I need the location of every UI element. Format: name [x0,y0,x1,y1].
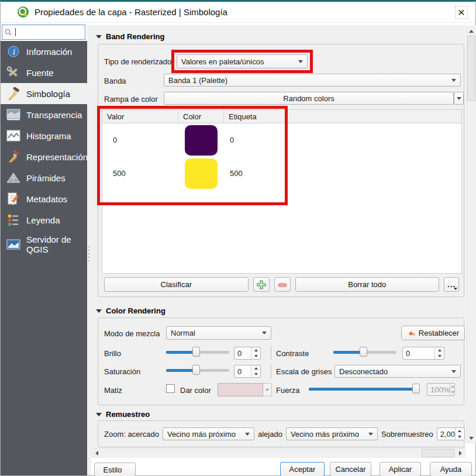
resampling-header[interactable]: Remuestreo [96,410,150,419]
spin-buttons[interactable] [251,347,260,359]
sidebar-item-leyenda[interactable]: Leyenda [1,209,87,230]
text-caret [15,28,16,36]
brightness-slider[interactable] [166,346,229,358]
search-input[interactable] [2,25,85,40]
spin-buttons[interactable] [450,384,454,395]
table-row[interactable]: 500 500 [102,157,461,190]
spin-buttons[interactable] [455,428,464,440]
cancel-button[interactable]: Cancelar [330,462,371,476]
sidebar-item-label: Pirámides [26,173,65,183]
zoom-out-select[interactable]: Vecino más próximo [286,427,378,440]
sidebar-item-fuente[interactable]: Fuente [1,62,87,83]
saturation-spinbox[interactable]: 0 [234,365,261,378]
zoom-in-value: Vecino más próximo [167,430,242,439]
divider [271,346,271,360]
style-button[interactable]: Estilo [94,463,136,476]
sidebar-item-label: Leyenda [26,215,60,225]
cell-valor[interactable]: 500 [102,169,178,178]
colorize-checkbox[interactable] [166,384,175,393]
reset-button[interactable]: Restablecer [401,326,465,340]
horizontal-scrollbar-thumb[interactable] [422,449,454,457]
sidebar-item-piramides[interactable]: Pirámides [1,167,87,188]
classify-button[interactable]: Clasificar [104,277,249,292]
vertical-scrollbar-thumb[interactable] [467,36,475,101]
renderer-type-value: Valores en paleta/únicos [181,57,295,66]
scroll-down-icon[interactable] [467,434,476,442]
vertical-scrollbar[interactable] [466,26,476,443]
reset-icon [407,329,415,337]
apply-button[interactable]: Aplicar [380,462,421,476]
contrast-spinbox[interactable]: 0 [402,347,444,360]
band-rendering-header[interactable]: Band Rendering [96,32,164,41]
saturation-label: Saturación [104,367,140,376]
col-header-etiqueta[interactable]: Etiqueta [224,110,461,123]
sidebar-item-informacion[interactable]: i Información [1,41,87,62]
cell-valor[interactable]: 0 [102,136,178,144]
zoom-in-select[interactable]: Vecino más próximo [163,427,254,440]
col-header-valor[interactable]: Valor [102,110,178,123]
blend-mode-select[interactable]: Normal [166,326,271,340]
classification-table[interactable]: Valor Color Etiqueta 0 0 500 500 [102,109,462,274]
button-label: Aceptar [289,465,316,474]
color-swatch[interactable] [185,125,218,156]
sidebar-item-simbologia[interactable]: Simbología [1,83,87,104]
strength-slider[interactable] [309,383,420,395]
color-ramp-select[interactable]: Random colors [164,92,454,105]
renderer-type-select[interactable]: Valores en paleta/únicos [177,54,308,68]
sidebar-item-servidor-qgis[interactable]: Servidor de QGIS [1,230,87,258]
horizontal-scrollbar[interactable] [91,448,465,458]
sidebar-item-label: Fuente [26,68,54,78]
color-swatch[interactable] [185,158,218,189]
sidebar-item-label: Metadatos [26,194,67,204]
clear-all-button[interactable]: Borrar todo [295,277,440,292]
color-rendering-group: Modo de mezcla Normal Restablecer Brillo… [98,318,464,405]
button-label: Aplicar [389,465,412,474]
add-row-button[interactable] [253,277,270,292]
sidebar-splitter[interactable] [87,25,91,475]
table-row[interactable]: 0 0 [102,123,461,157]
spin-buttons[interactable] [434,347,444,359]
band-label: Banda [104,77,126,85]
chevron-down-icon [263,383,272,396]
sidebar-item-representacion[interactable]: Representación [1,146,87,167]
contrast-slider[interactable] [333,346,396,358]
brightness-spinbox[interactable]: 0 [234,347,261,360]
layer-properties-dialog: Propiedades de la capa - Rasterized | Si… [0,0,476,476]
scroll-left-icon[interactable] [92,449,101,458]
saturation-slider[interactable] [166,364,229,376]
renderer-type-label: Tipo de renderizado [104,57,171,66]
colorize-color-button[interactable] [218,383,272,396]
accept-button[interactable]: Aceptar [280,462,325,476]
col-header-color[interactable]: Color [178,110,224,123]
close-icon[interactable]: × [453,4,470,20]
collapse-icon [96,309,102,313]
hue-label: Matiz [104,386,122,395]
sidebar-item-transparencia[interactable]: Transparencia [1,104,87,125]
color-rendering-header[interactable]: Color Rendering [96,306,165,315]
oversampling-spinbox[interactable]: 2,00 [437,427,465,440]
strength-spinbox[interactable]: 100% [427,383,455,396]
band-select[interactable]: Banda 1 (Palette) [164,74,461,87]
spin-value: 0 [234,347,251,359]
scroll-right-icon[interactable] [456,449,464,458]
sidebar-item-label: Servidor de QGIS [26,234,80,254]
symbology-panel: Band Rendering Tipo de renderizado Valor… [91,25,465,458]
blend-mode-value: Normal [171,329,258,337]
brightness-label: Brillo [104,349,121,358]
sidebar-item-histograma[interactable]: Histograma [1,125,87,146]
remove-row-button[interactable] [274,277,291,292]
advanced-options-button[interactable]: ... [444,277,459,292]
color-ramp-menu-button[interactable] [454,92,464,105]
cell-etiqueta[interactable]: 0 [224,136,461,144]
help-button[interactable]: Ayuda [430,462,472,476]
band-rendering-group: Tipo de renderizado Valores en paleta/ún… [98,44,464,297]
sidebar-item-label: Representación [26,152,88,162]
sidebar-item-metadatos[interactable]: Metadatos [1,188,87,209]
grayscale-select[interactable]: Desconectado [334,365,461,378]
spin-buttons[interactable] [251,365,260,377]
spin-value: 0 [234,365,251,377]
cell-etiqueta[interactable]: 500 [224,169,461,178]
chevron-down-icon [451,370,456,373]
scroll-up-icon[interactable] [467,27,476,35]
section-title: Color Rendering [106,306,165,315]
